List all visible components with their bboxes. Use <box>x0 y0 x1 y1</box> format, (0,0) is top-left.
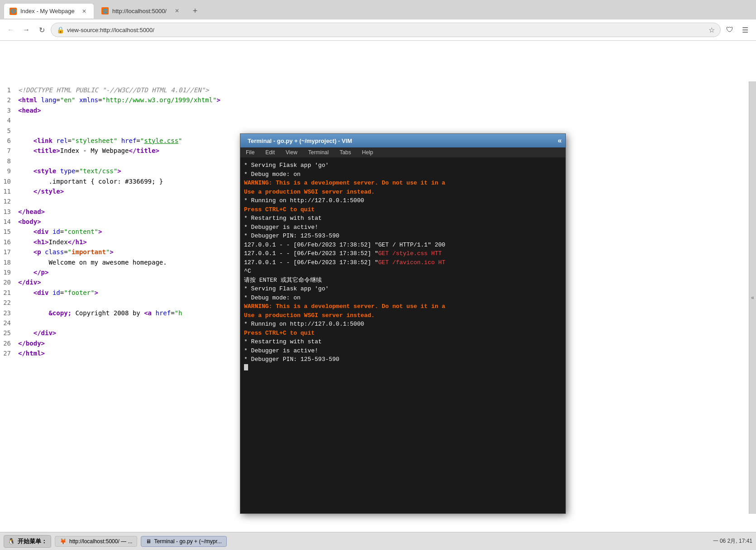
terminal-menubar: File Edit View Terminal Tabs Help <box>240 147 565 157</box>
source-line: 8 <box>0 156 238 166</box>
source-line: 17 <p class="important"> <box>0 247 238 257</box>
source-line: 12 <box>0 196 238 206</box>
tab-second[interactable]: 🌐 http://localhost:5000/ ✕ <box>96 3 187 19</box>
taskbar-time: 一 06 2月, 17:41 <box>713 537 752 545</box>
terminal-window: Terminal - go.py + (~/myproject) - VIM «… <box>240 133 566 514</box>
menu-btn[interactable]: ☰ <box>739 24 751 36</box>
source-line: 15 <div id="content"> <box>0 227 238 237</box>
new-tab-btn[interactable]: + <box>188 4 202 18</box>
tab-close-btn[interactable]: ✕ <box>80 7 88 15</box>
terminal-taskbar-icon: 🖥 <box>146 538 151 545</box>
terminal-line: WARNING: This is a development server. D… <box>244 302 562 311</box>
terminal-title: Terminal - go.py + (~/myproject) - VIM <box>248 138 352 144</box>
source-line: 1 <!DOCTYPE HTML PUBLIC "-//W3C//DTD HTM… <box>0 85 238 95</box>
terminal-line: Press CTRL+C to quit <box>244 205 562 214</box>
source-line: 27 </html> <box>0 348 238 358</box>
source-line: 16 <h1>Index</h1> <box>0 237 238 247</box>
source-line: 23 &copy; Copyright 2008 by <a href="h <box>0 308 238 318</box>
terminal-line: Press CTRL+C to quit <box>244 329 562 338</box>
terminal-line: 127.0.0.1 - - [06/Feb/2023 17:38:52] "GE… <box>244 258 562 267</box>
source-line: 20 </div> <box>0 277 238 287</box>
back-btn[interactable]: ← <box>5 24 17 36</box>
terminal-menu-tabs[interactable]: Tabs <box>338 148 353 156</box>
taskbar-right: 一 06 2月, 17:41 <box>713 537 752 545</box>
source-line: 2 <html lang="en" xmlns="http://www.w3.o… <box>0 95 238 105</box>
start-icon: 🐧 <box>8 538 15 545</box>
shield-icon[interactable]: 🛡 <box>723 24 736 36</box>
address-bar[interactable]: 🔒 view-source:http://localhost:5000/ ☆ <box>51 23 721 37</box>
taskbar-terminal-label: Terminal - go.py + (~/mypr... <box>154 538 221 545</box>
source-line: 11 </style> <box>0 186 238 196</box>
terminal-line: * Debugger PIN: 125-593-590 <box>244 232 562 241</box>
taskbar-browser-label: http://localhost:5000/ — ... <box>69 538 132 545</box>
tab-title: Index - My Webpage <box>20 8 77 14</box>
source-line: 3 <head> <box>0 105 238 115</box>
terminal-line: * Restarting with stat <box>244 337 562 346</box>
tab-favicon: 🌐 <box>10 8 17 15</box>
source-line: 4 <box>0 115 238 125</box>
source-line: 22 <box>0 298 238 308</box>
source-line: 5 <box>0 126 238 136</box>
terminal-menu-help[interactable]: Help <box>360 148 375 156</box>
terminal-menu-view[interactable]: View <box>284 148 299 156</box>
source-line: 13 </head> <box>0 207 238 217</box>
terminal-line: * Debugger PIN: 125-593-590 <box>244 355 562 364</box>
terminal-cursor-line <box>244 364 562 374</box>
sidebar-handle[interactable] <box>749 81 756 514</box>
terminal-titlebar: Terminal - go.py + (~/myproject) - VIM « <box>240 134 565 147</box>
terminal-line: * Debugger is active! <box>244 223 562 232</box>
terminal-line: * Serving Flask app 'go' <box>244 284 562 294</box>
source-line: 25 </div> <box>0 328 238 338</box>
lock-icon: 🔒 <box>57 26 64 33</box>
address-text: view-source:http://localhost:5000/ <box>67 27 706 33</box>
terminal-line: * Running on http://127.0.0.1:5000 <box>244 320 562 329</box>
source-line: 7 <title>Index - My Webpage</title> <box>0 146 238 156</box>
terminal-line: * Serving Flask app 'go' <box>244 161 562 170</box>
taskbar-item-browser[interactable]: 🦊 http://localhost:5000/ — ... <box>55 536 137 547</box>
source-line: 10 .important { color: #336699; } <box>0 176 238 186</box>
source-line: 24 <box>0 318 238 328</box>
tab2-close-btn[interactable]: ✕ <box>173 7 181 15</box>
nav-bar: ← → ↻ 🔒 view-source:http://localhost:500… <box>0 19 756 41</box>
tab-bar: 🌐 Index - My Webpage ✕ 🌐 http://localhos… <box>0 0 756 19</box>
bookmark-icon[interactable]: ☆ <box>708 26 715 34</box>
reload-btn[interactable]: ↻ <box>35 24 48 36</box>
main-content: 1 <!DOCTYPE HTML PUBLIC "-//W3C//DTD HTM… <box>0 41 756 532</box>
terminal-line: Use a production WSGI server instead. <box>244 188 562 197</box>
terminal-line: * Running on http://127.0.0.1:5000 <box>244 196 562 205</box>
start-label: 开始菜单： <box>18 537 47 545</box>
terminal-line: 请按 ENTER 或其它命令继续 <box>244 276 562 285</box>
terminal-line: WARNING: This is a development server. D… <box>244 179 562 188</box>
terminal-collapse-btn[interactable]: « <box>558 137 562 145</box>
browser-chrome: 🌐 Index - My Webpage ✕ 🌐 http://localhos… <box>0 0 756 41</box>
terminal-line: 127.0.0.1 - - [06/Feb/2023 17:38:52] "GE… <box>244 249 562 258</box>
forward-btn[interactable]: → <box>20 24 33 36</box>
source-line: 18 Welcome on my awesome homepage. <box>0 257 238 267</box>
taskbar-item-terminal[interactable]: 🖥 Terminal - go.py + (~/mypr... <box>141 536 226 547</box>
nav-right: 🛡 ☰ <box>723 24 751 36</box>
terminal-menu-edit[interactable]: Edit <box>263 148 277 156</box>
tab2-favicon: 🌐 <box>101 7 109 14</box>
terminal-line: * Debugger is active! <box>244 346 562 356</box>
tab2-title: http://localhost:5000/ <box>112 8 169 14</box>
terminal-line: ^C <box>244 267 562 276</box>
terminal-line: * Restarting with stat <box>244 214 562 223</box>
tab-active[interactable]: 🌐 Index - My Webpage ✕ <box>4 3 94 19</box>
source-line: 6 <link rel="stylesheet" href="style.css… <box>0 136 238 146</box>
terminal-menu-file[interactable]: File <box>244 148 256 156</box>
source-line: 19 </p> <box>0 267 238 277</box>
taskbar: 🐧 开始菜单： 🦊 http://localhost:5000/ — ... 🖥… <box>0 532 756 550</box>
terminal-line: 127.0.0.1 - - [06/Feb/2023 17:38:52] "GE… <box>244 241 562 250</box>
source-view: 1 <!DOCTYPE HTML PUBLIC "-//W3C//DTD HTM… <box>0 81 238 514</box>
terminal-line: * Debug mode: on <box>244 170 562 179</box>
terminal-body[interactable]: * Serving Flask app 'go' * Debug mode: o… <box>240 157 565 513</box>
source-line: 9 <style type="text/css"> <box>0 166 238 176</box>
terminal-menu-terminal[interactable]: Terminal <box>306 148 330 156</box>
browser-icon: 🦊 <box>60 538 67 545</box>
terminal-line: * Debug mode: on <box>244 294 562 303</box>
source-line: 14 <body> <box>0 217 238 227</box>
source-line: 21 <div id="footer"> <box>0 288 238 298</box>
terminal-line: Use a production WSGI server instead. <box>244 311 562 320</box>
source-line: 26 </body> <box>0 338 238 348</box>
start-menu-btn[interactable]: 🐧 开始菜单： <box>4 535 51 548</box>
